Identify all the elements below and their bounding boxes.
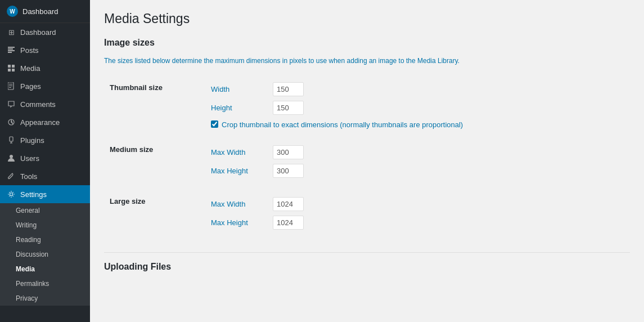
sidebar-item-users[interactable]: Users xyxy=(0,149,90,167)
sidebar-item-appearance[interactable]: Appearance xyxy=(0,113,90,131)
submenu-item-writing[interactable]: Writing xyxy=(0,218,90,232)
medium-maxwidth-input[interactable] xyxy=(273,145,304,159)
large-maxheight-row: Max Height xyxy=(211,216,605,230)
medium-label: Medium size xyxy=(110,145,153,154)
sidebar-item-label: Pages xyxy=(20,82,41,91)
sidebar-item-label: Appearance xyxy=(20,118,60,127)
settings-submenu: General Writing Reading Discussion Media… xyxy=(0,203,90,306)
thumbnail-height-input[interactable] xyxy=(273,101,304,115)
appearance-icon xyxy=(7,118,16,127)
sidebar-item-tools[interactable]: Tools xyxy=(0,167,90,185)
sidebar-item-plugins[interactable]: Plugins xyxy=(0,131,90,149)
sidebar-logo-label: Dashboard xyxy=(22,7,58,16)
image-sizes-description: The sizes listed below determine the max… xyxy=(104,56,630,66)
svg-rect-1 xyxy=(8,48,13,50)
uploading-title: Uploading Files xyxy=(104,262,630,274)
tools-icon xyxy=(7,172,16,181)
image-sizes-title: Image sizes xyxy=(104,38,630,50)
svg-rect-4 xyxy=(8,65,11,68)
svg-rect-6 xyxy=(8,69,11,71)
submenu-item-reading[interactable]: Reading xyxy=(0,232,90,247)
medium-maxwidth-label: Max Width xyxy=(211,148,267,156)
large-maxwidth-row: Max Width xyxy=(211,197,605,211)
thumbnail-height-label: Height xyxy=(211,104,267,112)
medium-row: Medium size Max Width Max Height xyxy=(104,135,610,187)
medium-maxheight-row: Max Height xyxy=(211,164,605,178)
thumbnail-height-row: Height xyxy=(211,101,605,115)
thumbnail-width-label: Width xyxy=(211,85,267,93)
thumbnail-width-input[interactable] xyxy=(273,82,304,96)
thumbnail-row: Thumbnail size Width Height Crop thumbna… xyxy=(104,78,610,135)
plugins-icon xyxy=(7,136,16,145)
svg-point-16 xyxy=(10,155,13,158)
sidebar-item-label: Media xyxy=(20,64,40,73)
large-maxwidth-label: Max Width xyxy=(211,200,267,208)
sidebar-item-comments[interactable]: Comments xyxy=(0,95,90,113)
svg-rect-7 xyxy=(12,69,15,71)
large-maxheight-input[interactable] xyxy=(273,216,304,230)
page-title: Media Settings xyxy=(104,11,630,26)
thumbnail-label: Thumbnail size xyxy=(110,83,163,92)
dashboard-icon: ⊞ xyxy=(7,28,16,37)
thumbnail-crop-label: Crop thumbnail to exact dimensions (norm… xyxy=(222,119,463,131)
sidebar-item-media[interactable]: Media xyxy=(0,59,90,77)
media-icon xyxy=(7,64,16,73)
svg-point-17 xyxy=(10,193,13,196)
sidebar: W Dashboard ⊞ Dashboard Posts Media Page… xyxy=(0,0,90,322)
sidebar-item-settings[interactable]: Settings xyxy=(0,185,90,203)
image-sizes-section: Image sizes The sizes listed below deter… xyxy=(104,38,630,239)
svg-rect-5 xyxy=(12,65,15,68)
svg-rect-13 xyxy=(10,137,13,141)
large-maxwidth-input[interactable] xyxy=(273,197,304,211)
posts-icon xyxy=(7,46,16,55)
large-maxheight-label: Max Height xyxy=(211,218,267,227)
comments-icon xyxy=(7,100,16,109)
section-divider xyxy=(104,252,630,253)
thumbnail-crop-row: Crop thumbnail to exact dimensions (norm… xyxy=(211,119,605,131)
sidebar-item-dashboard[interactable]: ⊞ Dashboard xyxy=(0,23,90,41)
svg-rect-9 xyxy=(9,84,12,84)
submenu-item-permalinks[interactable]: Permalinks xyxy=(0,276,90,291)
svg-rect-0 xyxy=(8,47,15,48)
sidebar-item-label: Settings xyxy=(20,190,47,199)
svg-rect-3 xyxy=(8,52,12,53)
sidebar-item-pages[interactable]: Pages xyxy=(0,77,90,95)
svg-rect-2 xyxy=(8,50,15,51)
sidebar-item-label: Dashboard xyxy=(20,28,56,37)
medium-maxwidth-row: Max Width xyxy=(211,145,605,159)
sidebar-item-label: Tools xyxy=(20,172,37,181)
settings-table: Thumbnail size Width Height Crop thumbna… xyxy=(104,78,610,239)
sidebar-item-label: Plugins xyxy=(20,136,44,145)
svg-rect-11 xyxy=(9,87,11,88)
wp-logo-icon: W xyxy=(7,6,18,17)
settings-icon xyxy=(7,190,16,199)
sidebar-item-label: Comments xyxy=(20,100,56,109)
sidebar-item-label: Users xyxy=(20,154,39,163)
submenu-item-privacy[interactable]: Privacy xyxy=(0,291,90,306)
sidebar-logo: W Dashboard xyxy=(0,0,90,23)
sidebar-item-label: Posts xyxy=(20,46,39,55)
medium-maxheight-label: Max Height xyxy=(211,167,267,175)
submenu-item-general[interactable]: General xyxy=(0,203,90,218)
main-content: Media Settings Image sizes The sizes lis… xyxy=(90,0,644,322)
submenu-item-discussion[interactable]: Discussion xyxy=(0,247,90,262)
medium-maxheight-input[interactable] xyxy=(273,164,304,178)
sidebar-item-posts[interactable]: Posts xyxy=(0,41,90,59)
thumbnail-crop-checkbox[interactable] xyxy=(211,120,218,128)
pages-icon xyxy=(7,82,16,91)
thumbnail-width-row: Width xyxy=(211,82,605,96)
users-icon xyxy=(7,154,16,163)
submenu-item-media[interactable]: Media xyxy=(0,262,90,276)
large-row: Large size Max Width Max Height xyxy=(104,187,610,239)
svg-rect-10 xyxy=(9,86,12,86)
uploading-section: Uploading Files xyxy=(104,252,630,274)
large-label: Large size xyxy=(110,197,146,205)
